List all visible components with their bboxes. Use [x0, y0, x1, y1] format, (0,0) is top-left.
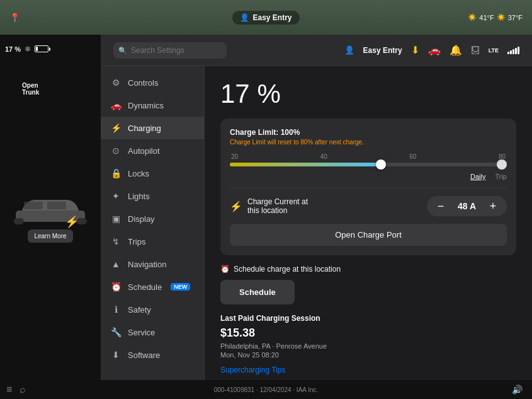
signal-bars [507, 47, 519, 54]
sidebar-item-trips[interactable]: ↯Trips [101, 230, 204, 253]
sidebar-item-display[interactable]: ▣Display [101, 207, 204, 230]
bottom-right-icon: 🔊 [512, 384, 523, 395]
battery-fill [36, 47, 38, 51]
charge-current-text: Charge Current at this location [247, 197, 308, 215]
amp-value: 48 A [456, 201, 478, 211]
search-input[interactable] [113, 42, 227, 59]
charge-bar-fill [230, 163, 382, 166]
top-map-bar: 📍 👤 Easy Entry ☀️ 41°F ☀️ 37°F [0, 0, 532, 35]
open-trunk-label[interactable]: Open Trunk [22, 82, 39, 96]
amperage-control: − 48 A + [427, 196, 507, 216]
trip-toggle[interactable]: Trip [495, 173, 507, 180]
search-wrapper: 🔍 [113, 42, 227, 59]
easy-entry-label[interactable]: Easy Entry [363, 46, 402, 55]
sidebar-item-software[interactable]: ⬇Software [101, 344, 204, 366]
open-charge-port-button[interactable]: Open Charge Port [230, 224, 507, 246]
signal-bar-2 [510, 50, 512, 54]
battery-percent-main: 17 % [220, 79, 516, 109]
sidebar-software-label: Software [128, 350, 160, 360]
last-session-amount: $15.38 [220, 327, 516, 340]
sidebar-item-service[interactable]: 🔧Service [101, 321, 204, 344]
sidebar-locks-icon: 🔒 [110, 168, 122, 178]
status-bar-area: 17 % ❄ [0, 35, 101, 63]
last-session-title: Last Paid Charging Session [220, 314, 516, 323]
sidebar-item-schedule[interactable]: ⏰ScheduleNEW [101, 275, 204, 298]
search-icon-bottom[interactable]: ⌕ [20, 384, 26, 395]
bottom-left-icons: ≡ ⌕ [6, 384, 26, 395]
top-bar-left: 📍 [9, 13, 226, 23]
svg-rect-3 [24, 202, 43, 209]
sidebar-charging-label: Charging [128, 124, 161, 133]
schedule-title-text: Schedule charge at this location [234, 265, 341, 274]
top-bar-right: ☀️ 41°F ☀️ 37°F [306, 13, 523, 21]
last-session-location: Philadelphia, PA · Penrose Avenue [220, 342, 516, 350]
schedule-button[interactable]: Schedule [220, 280, 295, 304]
last-session: Last Paid Charging Session $15.38 Philad… [220, 314, 516, 375]
app-header: 🔍 👤 Easy Entry ⬇ 🚗 🔔 ⛾ LTE [101, 35, 532, 66]
sun-icon2: ☀️ [497, 13, 506, 21]
snowflake-icon: ❄ [25, 45, 31, 54]
weather-info: ☀️ 41°F ☀️ 37°F [468, 13, 523, 21]
sidebar-navigation-label: Navigation [128, 260, 166, 269]
sidebar-trips-label: Trips [128, 237, 145, 246]
supercharging-tips-link[interactable]: Supercharging Tips [220, 366, 285, 374]
last-session-date: Mon, Nov 25 08:20 [220, 351, 516, 359]
schedule-section: ⏰ Schedule charge at this location Sched… [220, 265, 516, 304]
sidebar-item-locks[interactable]: 🔒Locks [101, 162, 204, 185]
sidebar-item-safety[interactable]: ℹSafety [101, 298, 204, 321]
lte-label: LTE [489, 47, 499, 54]
download-icon[interactable]: ⬇ [411, 44, 419, 56]
sidebar-item-autopilot[interactable]: ⊙Autopilot [101, 139, 204, 162]
sidebar-item-charging[interactable]: ⚡Charging [101, 117, 204, 139]
amp-plus-button[interactable]: + [485, 199, 501, 214]
daily-toggle[interactable]: Daily [470, 173, 485, 180]
temperature2: 37°F [508, 14, 523, 21]
sidebar-safety-label: Safety [128, 305, 151, 315]
charge-limit-title: Charge Limit: 100% [230, 128, 507, 137]
charge-bar-track[interactable] [230, 163, 507, 166]
sidebar-controls-icon: ⚙ [110, 78, 122, 88]
sidebar-item-navigation[interactable]: ▲Navigation [101, 253, 204, 275]
sidebar: ⚙Controls🚗Dynamics⚡Charging⊙Autopilot🔒Lo… [101, 66, 205, 380]
sidebar-navigation-icon: ▲ [110, 259, 122, 269]
signal-bar-5 [518, 47, 519, 54]
amp-minus-button[interactable]: − [433, 199, 448, 214]
easy-entry-header[interactable]: 👤 Easy Entry [232, 11, 299, 25]
charge-bar-container: 20 40 60 80 [230, 153, 507, 166]
signal-bar-1 [507, 52, 509, 54]
charging-bolt-icon: ⚡ [65, 215, 79, 229]
person-icon-header: 👤 [344, 45, 354, 55]
charge-current-row: ⚡ Charge Current at this location − 48 A… [230, 188, 507, 216]
bar-label-60: 60 [409, 153, 416, 160]
header-right: 👤 Easy Entry ⬇ 🚗 🔔 ⛾ LTE [344, 44, 519, 56]
sidebar-item-dynamics[interactable]: 🚗Dynamics [101, 94, 204, 117]
car-icon-header: 🚗 [428, 44, 441, 56]
search-icon: 🔍 [118, 46, 127, 54]
sidebar-item-lights[interactable]: ✦Lights [101, 185, 204, 207]
sidebar-locks-label: Locks [128, 169, 149, 178]
sidebar-schedule-icon: ⏰ [110, 282, 122, 292]
battery-icon-status [35, 45, 48, 52]
charge-bar-thumb [376, 159, 386, 170]
menu-icon[interactable]: ≡ [6, 384, 12, 395]
sidebar-dynamics-icon: 🚗 [110, 100, 122, 110]
sidebar-safety-icon: ℹ [110, 304, 122, 315]
bottom-bar: ≡ ⌕ 000-41009831 · 12/04/2024 · IAA Inc.… [0, 380, 532, 399]
easy-entry-header-label: Easy Entry [252, 13, 291, 22]
sidebar-item-controls[interactable]: ⚙Controls [101, 71, 204, 94]
bell-icon[interactable]: 🔔 [450, 44, 462, 56]
charge-bar-labels: 20 40 60 80 [230, 153, 507, 160]
charge-limit-thumb [497, 159, 507, 170]
battery-percent-status: 17 % [5, 45, 21, 53]
temperature1: 41°F [479, 14, 494, 21]
plug-icon: ⚡ [230, 200, 242, 212]
sidebar-schedule-badge: NEW [171, 283, 190, 291]
sidebar-controls-label: Controls [128, 78, 158, 88]
sidebar-autopilot-icon: ⊙ [110, 146, 122, 156]
sidebar-service-label: Service [128, 328, 155, 337]
header-left: 🔍 [113, 42, 335, 59]
sidebar-lights-icon: ✦ [110, 191, 122, 201]
sidebar-lights-label: Lights [128, 192, 150, 201]
volume-icon[interactable]: 🔊 [512, 385, 523, 395]
learn-more-button[interactable]: Learn More [28, 229, 72, 243]
